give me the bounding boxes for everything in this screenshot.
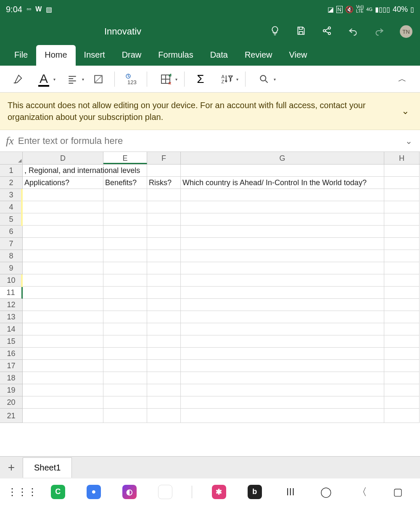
table-row: 4 [0, 201, 420, 213]
autosum-button[interactable]: Σ [190, 69, 211, 89]
tab-file[interactable]: File [6, 45, 36, 66]
col-header-H[interactable]: H [384, 152, 420, 164]
cell[interactable] [103, 165, 147, 177]
fill-color-button[interactable] [88, 69, 108, 89]
col-header-F[interactable]: F [147, 152, 181, 164]
cell[interactable] [384, 177, 420, 189]
app-indicator-icon: ▫▫ [26, 5, 31, 13]
cell[interactable] [147, 165, 181, 177]
cell[interactable]: Applications? [23, 177, 103, 189]
recents-button[interactable]: III [281, 483, 300, 501]
tab-formulas[interactable]: Formulas [150, 45, 201, 66]
readonly-warning-banner[interactable]: This account does not allow editing on y… [0, 93, 420, 130]
save-icon[interactable] [296, 25, 306, 38]
formula-expand-icon[interactable]: ⌄ [402, 136, 416, 146]
home-button[interactable]: ◯ [317, 483, 335, 501]
undo-icon[interactable] [348, 25, 359, 38]
col-header-D[interactable]: D [23, 152, 103, 164]
n-icon: N [336, 6, 343, 13]
home-toolbar: A▾ ▾ 123 ▾ Σ AZ▾ ▾ ︿ [0, 66, 420, 93]
tab-view[interactable]: View [280, 45, 315, 66]
cell[interactable]: Benefits? [103, 177, 147, 189]
tab-data[interactable]: Data [202, 45, 236, 66]
table-row: 3 [0, 189, 420, 201]
add-sheet-button[interactable]: + [0, 461, 23, 474]
collapse-ribbon-icon[interactable]: ︿ [398, 73, 412, 85]
tips-icon[interactable] [269, 25, 280, 38]
messages-app-icon[interactable]: ● [85, 483, 103, 501]
tab-review[interactable]: Review [236, 45, 281, 66]
tab-insert[interactable]: Insert [76, 45, 114, 66]
table-row: 6 [0, 226, 420, 238]
volte-icon: Vo))LTE [356, 5, 364, 13]
table-row: 15 [0, 335, 420, 348]
app-drawer-icon[interactable]: ⋮⋮⋮ [13, 483, 32, 501]
sheet-tab-bar: + Sheet1 [0, 456, 420, 478]
column-headers: D E F G H [0, 152, 420, 165]
font-color-button[interactable]: A▾ [31, 69, 56, 89]
notif-icon: ◪ [328, 5, 334, 13]
cell[interactable]: Risks? [147, 177, 181, 189]
find-button[interactable]: ▾ [251, 69, 277, 89]
col-header-E[interactable]: E [103, 152, 147, 164]
tab-draw[interactable]: Draw [114, 45, 150, 66]
table-row: 13 [0, 311, 420, 323]
spreadsheet-grid[interactable]: D E F G H 1, Regional, and international… [0, 152, 420, 456]
dock-separator [192, 486, 192, 498]
app-b-icon[interactable]: b [246, 483, 264, 501]
table-row: 20 [0, 396, 420, 409]
gallery-app-icon[interactable]: ✱ [210, 483, 228, 501]
side-panel-icon[interactable]: ▢ [388, 483, 407, 501]
banner-text: This account does not allow editing on y… [8, 99, 398, 123]
share-icon[interactable] [322, 25, 333, 38]
svg-text:A: A [222, 74, 225, 79]
col-header-G[interactable]: G [181, 152, 384, 164]
active-cell[interactable] [103, 287, 147, 299]
table-row: 10 [0, 274, 420, 287]
screenshot-icon: ▧ [46, 5, 52, 13]
format-painter-icon[interactable] [8, 69, 28, 89]
insert-delete-cells-button[interactable]: ▾ [153, 69, 178, 89]
cell[interactable]: Which country is Ahead/ In-Control In th… [181, 177, 384, 189]
browser-app-icon[interactable]: ◐ [120, 483, 139, 501]
table-row: 17 [0, 360, 420, 372]
sheet-tab[interactable]: Sheet1 [23, 457, 72, 478]
formula-bar: fx ⌄ [0, 130, 420, 152]
grid-rows: 1, Regional, and international levels 2A… [0, 165, 420, 423]
table-row: 2Applications?Benefits?Risks?Which count… [0, 177, 420, 189]
table-row: 9 [0, 262, 420, 274]
fx-icon[interactable]: fx [4, 135, 18, 147]
user-avatar[interactable]: TN [400, 25, 412, 38]
cell[interactable] [181, 165, 384, 177]
battery-icon: ▯ [410, 5, 414, 13]
row-highlight-mark [21, 189, 23, 226]
banner-expand-icon[interactable]: ⌄ [398, 106, 412, 117]
table-row: 12 [0, 299, 420, 311]
cell[interactable] [384, 165, 420, 177]
cell[interactable]: , Regional, and international levels [23, 165, 103, 177]
table-row: 1, Regional, and international levels [0, 165, 420, 177]
battery-percent: 40% [393, 5, 408, 14]
sort-filter-button[interactable]: AZ▾ [214, 69, 239, 89]
select-all-corner[interactable] [0, 152, 23, 164]
row-highlight-mark [21, 274, 23, 287]
svg-point-7 [260, 75, 266, 81]
tab-home[interactable]: Home [36, 45, 75, 66]
svg-text:123: 123 [127, 79, 137, 85]
android-dock: ⋮⋮⋮ C ● ◐ ▶ ✱ b III ◯ 〈 ▢ [0, 478, 420, 505]
formula-input[interactable] [18, 136, 402, 146]
table-row: 7 [0, 238, 420, 250]
play-store-icon[interactable]: ▶ [156, 483, 174, 501]
redo-icon[interactable] [374, 25, 385, 38]
title-bar: Innovativ TN [0, 19, 420, 45]
table-row: 5 [0, 213, 420, 226]
number-format-button[interactable]: 123 [121, 69, 141, 89]
document-title[interactable]: Innovativ [104, 26, 141, 37]
alignment-button[interactable]: ▾ [60, 69, 85, 89]
phone-app-icon[interactable]: C [49, 483, 67, 501]
4g-icon: 4G [366, 7, 372, 12]
status-icons: ◪ N 🔇 Vo))LTE 4G ▮▯▯▯ 40% ▯ [328, 5, 414, 14]
table-row: 21 [0, 409, 420, 423]
signal-icon: ▮▯▯▯ [375, 5, 390, 13]
back-button[interactable]: 〈 [353, 483, 371, 501]
